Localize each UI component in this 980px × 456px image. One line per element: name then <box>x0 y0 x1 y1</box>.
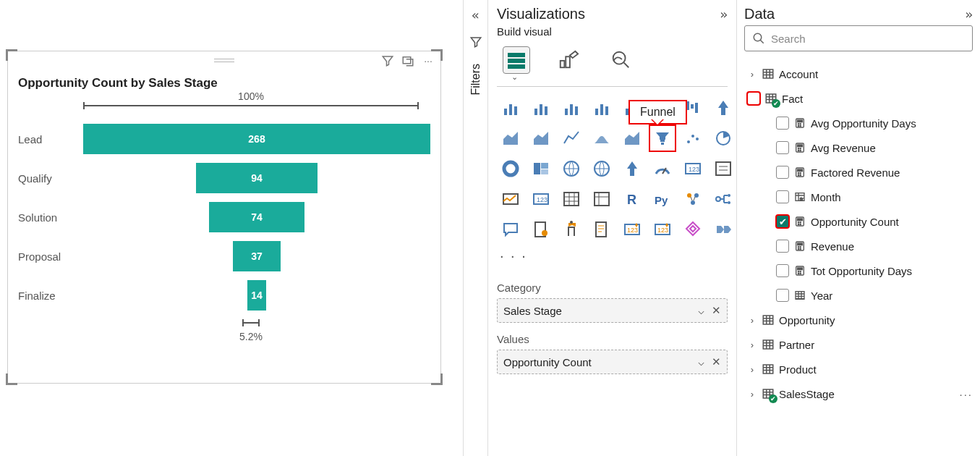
funnel-row[interactable]: Lead268 <box>18 119 430 159</box>
filters-pane-collapsed[interactable]: « Filters <box>463 0 487 456</box>
table-row[interactable]: Fact <box>744 86 973 111</box>
field-row[interactable]: Avg Opportunity Days <box>744 111 973 135</box>
expand-caret-icon[interactable]: › <box>747 389 757 400</box>
values-well[interactable]: Opportunity Count ⌵ ✕ <box>497 350 728 374</box>
field-row[interactable]: Factored Revenue <box>744 160 973 185</box>
expand-chevron-icon[interactable]: « <box>472 7 480 22</box>
viz-type-button[interactable] <box>649 155 676 182</box>
drag-handle-icon[interactable] <box>214 59 234 62</box>
focus-mode-icon[interactable] <box>401 54 414 67</box>
viz-type-button[interactable]: Py <box>649 185 676 213</box>
table-row[interactable]: ›Product <box>744 357 973 381</box>
svg-point-81 <box>798 174 798 175</box>
table-row[interactable]: ›Partner <box>744 332 973 357</box>
field-row[interactable]: Revenue <box>744 234 973 258</box>
viz-type-button[interactable] <box>588 185 615 213</box>
viz-type-button[interactable] <box>710 155 736 182</box>
viz-type-button[interactable]: R <box>618 185 646 213</box>
fields-tree: ›AccountFactAvg Opportunity DaysAvg Reve… <box>744 62 973 406</box>
field-checkbox[interactable] <box>776 264 789 277</box>
viz-type-button[interactable] <box>527 155 555 182</box>
viz-type-button[interactable] <box>679 185 707 213</box>
svg-rect-10 <box>534 109 537 115</box>
more-visuals-button[interactable]: · · · <box>497 243 728 269</box>
viz-type-button[interactable]: 123 <box>527 185 555 213</box>
category-well[interactable]: Sales Stage ⌵ ✕ <box>497 298 728 323</box>
field-checkbox[interactable] <box>776 166 789 179</box>
viz-type-button[interactable] <box>588 155 615 182</box>
viz-type-button[interactable] <box>527 94 555 122</box>
viz-type-button[interactable] <box>588 124 615 152</box>
funnel-row[interactable]: Proposal37 <box>18 237 430 276</box>
viz-type-button[interactable] <box>497 216 524 243</box>
report-canvas[interactable]: ··· Opportunity Count by Sales Stage 100… <box>0 0 463 456</box>
chevron-down-icon[interactable]: ⌵ <box>698 355 704 368</box>
viz-type-button[interactable] <box>618 124 646 152</box>
viz-type-button[interactable]: 123 <box>679 155 707 182</box>
remove-field-icon[interactable]: ✕ <box>712 304 721 317</box>
format-visual-tab[interactable] <box>555 46 582 74</box>
expand-caret-icon[interactable]: › <box>747 364 757 375</box>
table-row[interactable]: ›Account <box>744 62 973 86</box>
viz-type-button[interactable] <box>558 155 585 182</box>
viz-type-button[interactable] <box>558 94 585 122</box>
viz-type-button[interactable] <box>588 94 615 122</box>
expand-caret-icon[interactable]: › <box>747 69 757 80</box>
field-checkbox[interactable]: ✔ <box>776 215 789 228</box>
viz-type-button[interactable] <box>527 216 555 243</box>
field-checkbox[interactable] <box>776 190 789 203</box>
viz-type-button[interactable] <box>710 216 736 243</box>
chevron-down-icon[interactable]: ⌵ <box>698 304 704 317</box>
viz-type-button[interactable] <box>588 216 615 243</box>
table-checkbox[interactable] <box>747 92 760 105</box>
svg-rect-104 <box>763 316 773 324</box>
viz-type-button[interactable] <box>497 124 524 152</box>
viz-type-button[interactable]: 123 <box>649 216 676 243</box>
analytics-tab[interactable] <box>607 46 634 74</box>
viz-type-funnel[interactable]: Funnel <box>649 124 676 152</box>
viz-type-button[interactable] <box>497 155 524 182</box>
viz-type-button[interactable] <box>497 94 524 122</box>
field-checkbox[interactable] <box>776 141 789 154</box>
remove-field-icon[interactable]: ✕ <box>712 355 721 368</box>
field-checkbox[interactable] <box>776 289 789 302</box>
field-row[interactable]: fxMonth <box>744 185 973 209</box>
viz-type-button[interactable] <box>710 94 736 122</box>
table-row[interactable]: ›SalesStage··· <box>744 381 973 406</box>
field-row[interactable]: Tot Opportunity Days <box>744 258 973 283</box>
visual-header[interactable]: ··· <box>8 51 440 69</box>
field-checkbox[interactable] <box>776 117 789 130</box>
build-visual-tab[interactable] <box>503 46 530 74</box>
funnel-visual[interactable]: ··· Opportunity Count by Sales Stage 100… <box>7 51 441 384</box>
viz-type-button[interactable] <box>497 185 524 213</box>
top-axis: 100% <box>83 93 419 114</box>
funnel-row[interactable]: Qualify94 <box>18 159 430 198</box>
table-row[interactable]: ›Opportunity <box>744 308 973 332</box>
viz-type-button[interactable] <box>679 124 707 152</box>
field-row[interactable]: ✔Opportunity Count <box>744 209 973 234</box>
viz-type-button[interactable] <box>710 124 736 152</box>
field-row[interactable]: Year <box>744 283 973 308</box>
search-input[interactable]: Search <box>744 25 973 51</box>
viz-type-button[interactable] <box>558 185 585 213</box>
field-type-icon <box>793 240 806 253</box>
funnel-row[interactable]: Solution74 <box>18 198 430 237</box>
viz-type-button[interactable] <box>558 216 585 243</box>
viz-type-button[interactable]: 123 <box>618 216 646 243</box>
expand-caret-icon[interactable]: › <box>747 339 757 350</box>
viz-type-button[interactable] <box>710 185 736 213</box>
viz-type-button[interactable] <box>527 124 555 152</box>
collapse-chevron-icon[interactable]: » <box>720 7 728 22</box>
viz-type-button[interactable] <box>558 124 585 152</box>
collapse-chevron-icon[interactable]: » <box>965 7 973 22</box>
filter-icon[interactable] <box>381 54 394 67</box>
expand-caret-icon[interactable]: › <box>747 315 757 326</box>
viz-type-button[interactable] <box>679 216 707 243</box>
field-checkbox[interactable] <box>776 240 789 253</box>
viz-type-button[interactable] <box>618 155 646 182</box>
funnel-row[interactable]: Finalize14 <box>18 276 430 315</box>
svg-text:Py: Py <box>655 194 668 206</box>
more-options-icon[interactable]: ··· <box>959 388 973 400</box>
field-row[interactable]: Avg Revenue <box>744 135 973 160</box>
more-options-icon[interactable]: ··· <box>422 54 435 67</box>
